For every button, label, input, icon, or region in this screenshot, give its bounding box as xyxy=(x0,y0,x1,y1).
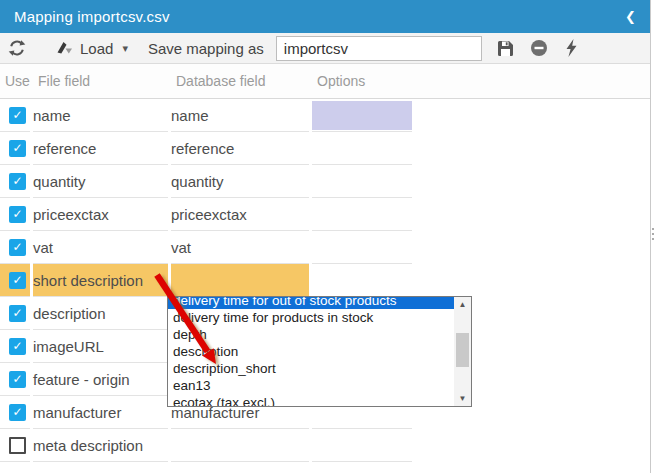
load-caret-icon: ▾ xyxy=(122,42,128,55)
load-icon xyxy=(56,40,74,56)
save-icon xyxy=(497,40,514,57)
use-checkbox[interactable]: ✓ xyxy=(9,206,26,223)
panel-header: Mapping importcsv.csv ❮ xyxy=(0,0,650,33)
use-cell: ✓ xyxy=(0,363,30,396)
options-cell xyxy=(312,429,412,462)
dropdown-item[interactable]: depth xyxy=(168,326,454,343)
database-field-cell[interactable]: vat xyxy=(171,231,309,264)
file-field-cell: feature - origin xyxy=(33,363,168,396)
use-checkbox[interactable] xyxy=(9,437,26,454)
save-mapping-button[interactable] xyxy=(497,40,514,57)
use-checkbox[interactable]: ✓ xyxy=(9,272,26,289)
dropdown-item[interactable]: ean13 xyxy=(168,377,454,394)
options-cell xyxy=(312,198,412,231)
check-icon: ✓ xyxy=(12,109,22,121)
scroll-thumb[interactable] xyxy=(456,333,469,367)
column-header-use: Use xyxy=(5,73,35,89)
run-import-button[interactable] xyxy=(564,39,578,57)
scroll-down-icon[interactable]: ▼ xyxy=(454,391,471,406)
refresh-icon xyxy=(8,39,26,57)
dropdown-scrollbar[interactable]: ▲ ▼ xyxy=(454,297,471,406)
file-field-cell: name xyxy=(33,99,168,132)
options-cell xyxy=(312,132,412,165)
use-cell: ✓ xyxy=(0,330,30,363)
database-field-cell[interactable]: quantity xyxy=(171,165,309,198)
check-icon: ✓ xyxy=(12,274,22,286)
use-checkbox[interactable]: ✓ xyxy=(9,173,26,190)
check-icon: ✓ xyxy=(12,175,22,187)
refresh-button[interactable] xyxy=(8,39,26,57)
dropdown-item[interactable]: description_short xyxy=(168,360,454,377)
table-row: ✓ short description xyxy=(0,264,650,297)
use-cell: ✓ xyxy=(0,99,30,132)
use-checkbox[interactable]: ✓ xyxy=(9,140,26,157)
panel-resize-handle[interactable] xyxy=(652,226,654,241)
disable-button[interactable] xyxy=(530,39,548,57)
column-header-options: Options xyxy=(317,73,417,89)
file-field-cell: reference xyxy=(33,132,168,165)
load-label: Load xyxy=(80,40,113,57)
check-icon: ✓ xyxy=(12,241,22,253)
database-field-cell[interactable]: reference xyxy=(171,132,309,165)
database-field-cell[interactable]: name xyxy=(171,99,309,132)
dropdown-item[interactable]: delivery time for products in stock xyxy=(168,309,454,326)
use-cell: ✓ xyxy=(0,297,30,330)
file-field-cell: meta description xyxy=(33,429,168,462)
scroll-up-icon[interactable]: ▲ xyxy=(454,297,471,312)
table-row: meta description xyxy=(0,429,650,462)
dropdown-item[interactable]: description xyxy=(168,343,454,360)
lightning-icon xyxy=(564,39,578,57)
file-field-cell: imageURL xyxy=(33,330,168,363)
file-field-cell: priceexctax xyxy=(33,198,168,231)
file-field-cell: description xyxy=(33,297,168,330)
use-cell: ✓ xyxy=(0,198,30,231)
column-header-database-field: Database field xyxy=(176,73,314,89)
table-row: ✓ quantity quantity xyxy=(0,165,650,198)
database-field-cell[interactable] xyxy=(171,264,309,297)
database-field-cell[interactable] xyxy=(171,429,309,462)
dropdown-item[interactable]: delivery time for out of stock products xyxy=(168,296,454,309)
use-cell: ✓ xyxy=(0,231,30,264)
table-row: ✓ name name xyxy=(0,99,650,132)
table-row: ✓ vat vat xyxy=(0,231,650,264)
use-checkbox[interactable]: ✓ xyxy=(9,305,26,322)
check-icon: ✓ xyxy=(12,208,22,220)
use-checkbox[interactable]: ✓ xyxy=(9,338,26,355)
use-cell: ✓ xyxy=(0,264,30,297)
table-row: ✓ priceexctax priceexctax xyxy=(0,198,650,231)
table-header: Use File field Database field Options xyxy=(0,64,650,99)
table-row: ✓ reference reference xyxy=(0,132,650,165)
check-icon: ✓ xyxy=(12,142,22,154)
use-cell xyxy=(0,429,30,462)
page-title: Mapping importcsv.csv xyxy=(14,8,170,25)
use-checkbox[interactable]: ✓ xyxy=(9,371,26,388)
options-highlight-box xyxy=(312,101,412,130)
toolbar: Load ▾ Save mapping as xyxy=(0,33,650,64)
options-cell xyxy=(312,264,412,297)
file-field-cell: manufacturer xyxy=(33,396,168,429)
use-checkbox[interactable]: ✓ xyxy=(9,404,26,421)
file-field-cell: quantity xyxy=(33,165,168,198)
check-icon: ✓ xyxy=(12,307,22,319)
use-cell: ✓ xyxy=(0,396,30,429)
load-mapping-button[interactable]: Load ▾ xyxy=(56,40,128,57)
database-field-cell[interactable]: priceexctax xyxy=(171,198,309,231)
collapse-panel-icon[interactable]: ❮ xyxy=(625,9,636,24)
check-icon: ✓ xyxy=(12,406,22,418)
check-icon: ✓ xyxy=(12,340,22,352)
options-cell xyxy=(312,165,412,198)
column-header-file-field: File field xyxy=(38,73,173,89)
dropdown-list: delivery time for out of stock products … xyxy=(168,296,471,407)
mapping-name-input[interactable] xyxy=(276,36,482,61)
options-cell xyxy=(312,99,412,132)
use-checkbox[interactable]: ✓ xyxy=(9,107,26,124)
mapping-table: ✓ name name ✓ reference reference ✓ quan… xyxy=(0,99,650,462)
options-cell xyxy=(312,231,412,264)
check-icon: ✓ xyxy=(12,373,22,385)
use-cell: ✓ xyxy=(0,165,30,198)
file-field-cell: short description xyxy=(33,264,168,297)
use-checkbox[interactable]: ✓ xyxy=(9,239,26,256)
database-field-dropdown: delivery time for out of stock products … xyxy=(167,296,472,407)
dropdown-item[interactable]: ecotax (tax excl.) xyxy=(168,394,454,407)
use-cell: ✓ xyxy=(0,132,30,165)
